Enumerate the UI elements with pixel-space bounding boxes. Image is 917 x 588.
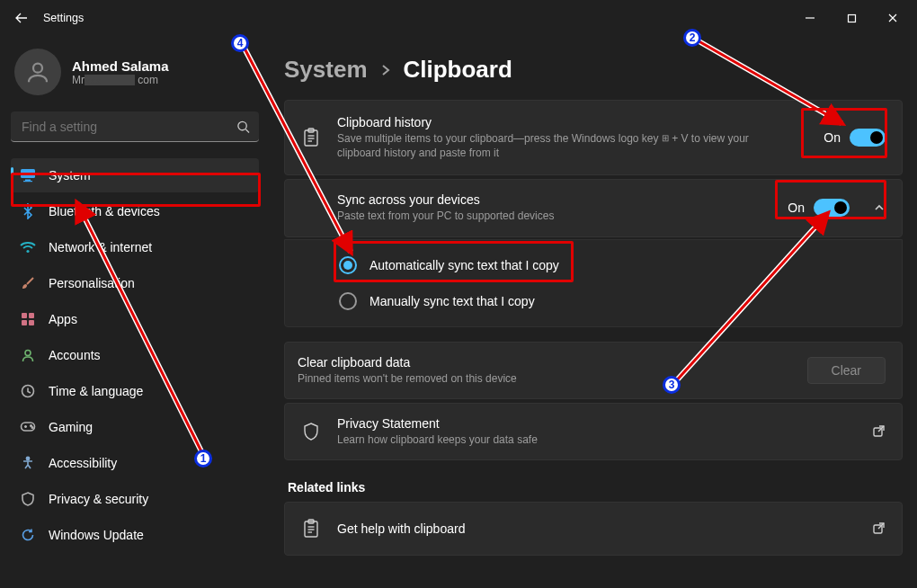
- sync-desc: Paste text from your PC to supported dev…: [337, 209, 760, 223]
- sidebar-item-label: Personalisation: [49, 276, 135, 290]
- sidebar-item-network-internet[interactable]: Network & internet: [11, 230, 259, 264]
- breadcrumb-current: Clipboard: [404, 56, 512, 84]
- svg-rect-1: [848, 14, 855, 22]
- profile-email: Mrxxx com: [72, 74, 169, 86]
- clock-icon: [20, 384, 36, 398]
- svg-rect-4: [21, 169, 35, 178]
- svg-rect-9: [29, 313, 34, 318]
- help-card[interactable]: Get help with clipboard: [284, 502, 903, 556]
- nav-list: SystemBluetooth & devicesNetwork & inter…: [11, 158, 259, 552]
- search-input[interactable]: [11, 111, 259, 142]
- search-box[interactable]: [11, 111, 259, 142]
- sidebar-item-label: Privacy & security: [49, 492, 148, 506]
- window-titlebar: Settings: [0, 0, 917, 36]
- main-content: System Clipboard Clipboard history Save …: [270, 36, 917, 588]
- back-icon[interactable]: [14, 11, 29, 25]
- shield-icon: [20, 492, 36, 506]
- clear-card: Clear clipboard data Pinned items won't …: [284, 342, 903, 399]
- svg-rect-10: [22, 320, 27, 325]
- clear-title: Clear clipboard data: [298, 355, 791, 370]
- sidebar-item-gaming[interactable]: Gaming: [11, 410, 259, 444]
- sync-option-manual[interactable]: Manually sync text that I copy: [339, 292, 886, 310]
- clipboard-history-toggle-state: On: [824, 130, 841, 145]
- sidebar-item-label: Network & internet: [49, 240, 152, 254]
- chevron-up-icon: [873, 201, 886, 214]
- sync-option-auto[interactable]: Automatically sync text that I copy: [339, 256, 886, 274]
- sync-title: Sync across your devices: [337, 192, 771, 207]
- sidebar-item-windows-update[interactable]: Windows Update: [11, 518, 259, 552]
- gaming-icon: [20, 421, 36, 433]
- svg-point-15: [31, 425, 32, 427]
- svg-point-7: [26, 250, 29, 253]
- sidebar-item-accessibility[interactable]: Accessibility: [11, 446, 259, 480]
- search-icon: [236, 120, 250, 134]
- wifi-icon: [20, 241, 36, 254]
- window-title: Settings: [43, 12, 84, 24]
- svg-point-16: [31, 427, 33, 429]
- accessibility-icon: [20, 456, 36, 470]
- sidebar-item-time-language[interactable]: Time & language: [11, 374, 259, 408]
- avatar: [14, 49, 61, 95]
- minimize-button[interactable]: [789, 2, 831, 34]
- close-button[interactable]: [872, 2, 913, 34]
- sync-options-panel: Automatically sync text that I copy Manu…: [284, 239, 903, 327]
- maximize-button[interactable]: [831, 2, 872, 34]
- sync-option-auto-label: Automatically sync text that I copy: [369, 258, 559, 272]
- sync-toggle-state: On: [788, 200, 805, 215]
- monitor-icon: [20, 168, 36, 183]
- privacy-card[interactable]: Privacy Statement Learn how clipboard ke…: [284, 403, 903, 460]
- sidebar-item-personalisation[interactable]: Personalisation: [11, 266, 259, 300]
- person-icon: [20, 348, 36, 362]
- clipboard-history-card: Clipboard history Save multiple items to…: [284, 100, 903, 175]
- sidebar-item-system[interactable]: System: [11, 158, 259, 192]
- sidebar: Ahmed Salama Mrxxx com SystemBluetooth &…: [0, 36, 270, 588]
- radio-checked-icon[interactable]: [339, 256, 357, 274]
- bluetooth-icon: [20, 203, 36, 219]
- brush-icon: [20, 276, 36, 290]
- profile-name: Ahmed Salama: [72, 58, 169, 74]
- svg-rect-6: [23, 181, 32, 182]
- svg-point-3: [238, 121, 246, 129]
- svg-point-17: [26, 457, 29, 459]
- help-title: Get help with clipboard: [337, 521, 856, 536]
- breadcrumb-parent[interactable]: System: [284, 56, 368, 84]
- sync-card[interactable]: Sync across your devices Paste text from…: [284, 179, 903, 236]
- sidebar-item-label: Gaming: [49, 420, 93, 434]
- profile-block[interactable]: Ahmed Salama Mrxxx com: [11, 43, 259, 111]
- clipboard-history-toggle[interactable]: [850, 129, 886, 147]
- clear-desc: Pinned items won't be removed on this de…: [298, 371, 720, 386]
- open-external-icon: [872, 521, 886, 535]
- sidebar-item-label: Windows Update: [49, 528, 144, 542]
- svg-rect-11: [29, 320, 34, 325]
- related-links-heading: Related links: [284, 460, 903, 502]
- privacy-title: Privacy Statement: [337, 416, 856, 431]
- sidebar-item-privacy-security[interactable]: Privacy & security: [11, 482, 259, 516]
- breadcrumb: System Clipboard: [284, 56, 903, 100]
- shield-icon: [301, 423, 321, 441]
- svg-point-12: [25, 351, 31, 356]
- clipboard-history-title: Clipboard history: [337, 115, 807, 129]
- sidebar-item-label: Accessibility: [49, 456, 117, 470]
- sidebar-item-label: System: [49, 168, 91, 183]
- radio-unchecked-icon[interactable]: [339, 292, 357, 310]
- svg-rect-5: [25, 180, 31, 182]
- sidebar-item-label: Bluetooth & devices: [49, 204, 160, 218]
- svg-rect-8: [22, 313, 27, 318]
- clipboard-history-desc: Save multiple items to your clipboard—pr…: [337, 131, 760, 160]
- sidebar-item-bluetooth-devices[interactable]: Bluetooth & devices: [11, 194, 259, 228]
- apps-icon: [20, 312, 36, 326]
- sync-option-manual-label: Manually sync text that I copy: [369, 294, 535, 308]
- clipboard-icon: [301, 128, 321, 147]
- sidebar-item-label: Accounts: [49, 348, 101, 362]
- sync-icon: [20, 528, 36, 542]
- clear-button[interactable]: Clear: [807, 357, 886, 384]
- chevron-right-icon: [380, 63, 391, 77]
- sidebar-item-label: Time & language: [49, 384, 143, 398]
- sidebar-item-label: Apps: [49, 312, 77, 326]
- svg-point-2: [33, 64, 42, 73]
- sidebar-item-apps[interactable]: Apps: [11, 302, 259, 336]
- sync-toggle[interactable]: [814, 199, 850, 217]
- privacy-desc: Learn how clipboard keeps your data safe: [337, 432, 760, 447]
- sidebar-item-accounts[interactable]: Accounts: [11, 338, 259, 372]
- clipboard-icon: [301, 519, 321, 539]
